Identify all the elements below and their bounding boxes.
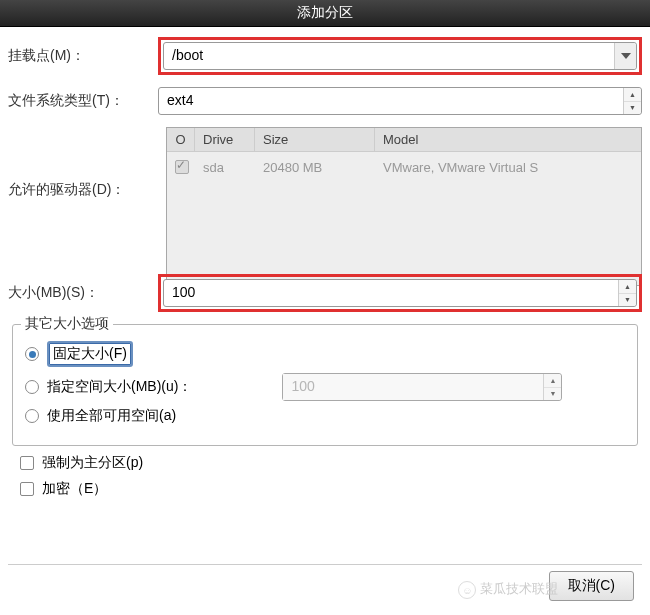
drives-col-size[interactable]: Size	[255, 128, 375, 151]
drives-header: O Drive Size Model	[167, 128, 641, 152]
button-bar: 取消(C)	[8, 564, 642, 607]
drive-size: 20480 MB	[255, 158, 375, 179]
fill-to-stepper: ▲ ▼	[543, 374, 561, 400]
drives-col-drive[interactable]: Drive	[195, 128, 255, 151]
arrow-up-icon[interactable]: ▲	[619, 280, 636, 294]
size-label: 大小(MB)(S)：	[8, 284, 158, 302]
radio-icon	[25, 409, 39, 423]
drive-name: sda	[195, 158, 255, 179]
fs-type-value: ext4	[159, 88, 623, 114]
encrypt-label: 加密（E）	[42, 480, 107, 498]
arrow-down-icon[interactable]: ▼	[619, 294, 636, 307]
window-title: 添加分区	[297, 4, 353, 20]
drive-checkbox[interactable]	[175, 160, 189, 174]
size-options-fieldset: 其它大小选项 固定大小(F) 指定空间大小(MB)(u)： 100 ▲ ▼ 使用…	[12, 324, 638, 446]
fill-to-input: 100 ▲ ▼	[282, 373, 562, 401]
chevron-down-icon[interactable]	[614, 43, 636, 69]
radio-fixed-size[interactable]: 固定大小(F)	[25, 341, 625, 367]
checkbox-icon	[20, 482, 34, 496]
mount-point-highlight: /boot	[158, 37, 642, 75]
arrow-down-icon: ▼	[544, 388, 561, 401]
mount-point-dropdown[interactable]: /boot	[163, 42, 637, 70]
drive-model: VMware, VMware Virtual S	[375, 158, 641, 179]
fs-type-label: 文件系统类型(T)：	[8, 92, 158, 110]
mount-point-label: 挂载点(M)：	[8, 47, 158, 65]
checkbox-icon	[20, 456, 34, 470]
fs-type-dropdown[interactable]: ext4 ▲ ▼	[158, 87, 642, 115]
arrow-up-icon: ▲	[544, 374, 561, 388]
radio-fill-to[interactable]: 指定空间大小(MB)(u)： 100 ▲ ▼	[25, 373, 625, 401]
checkbox-encrypt[interactable]: 加密（E）	[20, 480, 630, 498]
drives-col-model[interactable]: Model	[375, 128, 641, 151]
checkbox-force-primary[interactable]: 强制为主分区(p)	[20, 454, 630, 472]
force-primary-label: 强制为主分区(p)	[42, 454, 143, 472]
radio-fill-all[interactable]: 使用全部可用空间(a)	[25, 407, 625, 425]
arrow-down-icon[interactable]: ▼	[624, 102, 641, 115]
allowed-drives-label: 允许的驱动器(D)：	[8, 181, 158, 199]
radio-fill-to-label: 指定空间大小(MB)(u)：	[47, 378, 192, 396]
mount-point-value: /boot	[164, 43, 614, 69]
size-options-legend: 其它大小选项	[21, 315, 113, 333]
size-input[interactable]: 100 ▲ ▼	[163, 279, 637, 307]
radio-icon	[25, 347, 39, 361]
size-value: 100	[164, 280, 618, 306]
cancel-button[interactable]: 取消(C)	[549, 571, 634, 601]
radio-fixed-label: 固定大小(F)	[47, 341, 133, 367]
size-highlight: 100 ▲ ▼	[158, 274, 642, 312]
radio-fill-all-label: 使用全部可用空间(a)	[47, 407, 176, 425]
size-stepper[interactable]: ▲ ▼	[618, 280, 636, 306]
fs-type-stepper[interactable]: ▲ ▼	[623, 88, 641, 114]
fill-to-value: 100	[283, 374, 543, 400]
arrow-up-icon[interactable]: ▲	[624, 88, 641, 102]
drives-col-check[interactable]: O	[167, 128, 195, 151]
radio-icon	[25, 380, 39, 394]
